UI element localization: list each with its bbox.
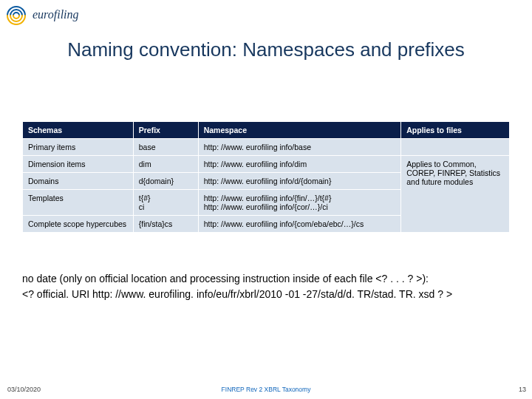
cell-prefix: base [133, 139, 198, 156]
cell-prefix: {fin/sta}cs [133, 216, 198, 233]
note-block: no date (only on official location and p… [22, 272, 510, 301]
th-namespace: Namespace [198, 122, 401, 139]
table-row: Primary items base http: //www. eurofili… [23, 139, 510, 156]
cell-ns: http: //www. eurofiling info/d/{domain} [198, 173, 401, 190]
th-schemas: Schemas [23, 122, 134, 139]
cell-schema: Primary items [23, 139, 134, 156]
cell-applies-empty [401, 139, 510, 156]
cell-applies-merged: Applies to Common, COREP, FINREP, Statis… [401, 156, 510, 233]
cell-schema: Dimension items [23, 156, 134, 173]
note-line2: <? official. URI http: //www. eurofiling… [22, 287, 510, 301]
table-header-row: Schemas Prefix Namespace Applies to file… [23, 122, 510, 139]
logo-mark-icon [4, 4, 30, 27]
cell-ns: http: //www. eurofiling info/dim [198, 156, 401, 173]
cell-schema: Templates [23, 190, 134, 216]
cell-prefix: d{domain} [133, 173, 198, 190]
footer-middle: FINREP Rev 2 XBRL Taxonomy [0, 386, 532, 393]
th-applies: Applies to files [401, 122, 510, 139]
slide-title: Naming convention: Namespaces and prefix… [0, 38, 532, 61]
slide: eurofiling Naming convention: Namespaces… [0, 0, 532, 399]
footer-page-number: 13 [519, 386, 526, 393]
cell-ns: http: //www. eurofiling info/{com/eba/eb… [198, 216, 401, 233]
cell-prefix: t{#} ci [133, 190, 198, 216]
cell-ns: http: //www. eurofiling info/{fin/…}/t{#… [198, 190, 401, 216]
logo-text: eurofiling [33, 8, 79, 21]
note-line1: no date (only on official location and p… [22, 272, 510, 286]
logo: eurofiling [4, 4, 79, 27]
namespace-table: Schemas Prefix Namespace Applies to file… [22, 121, 510, 233]
cell-schema: Domains [23, 173, 134, 190]
cell-schema: Complete scope hypercubes [23, 216, 134, 233]
cell-ns: http: //www. eurofiling info/base [198, 139, 401, 156]
table-row: Dimension items dim http: //www. eurofil… [23, 156, 510, 173]
th-prefix: Prefix [133, 122, 198, 139]
cell-prefix: dim [133, 156, 198, 173]
